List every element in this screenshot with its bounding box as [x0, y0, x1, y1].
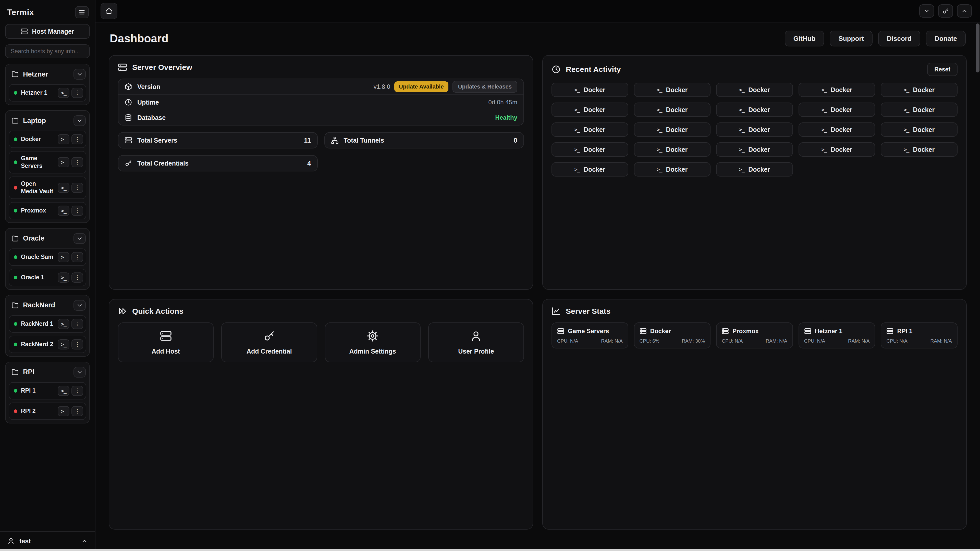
group-header[interactable]: Laptop [9, 114, 86, 127]
host-menu-button[interactable]: ⋮ [72, 252, 83, 262]
sidebar-menu-button[interactable] [75, 6, 89, 18]
server-stat-ram: RAM: N/A [848, 338, 870, 344]
open-terminal-button[interactable]: >_ [58, 272, 69, 283]
tabbar-collapse-button[interactable] [919, 4, 934, 17]
host-menu-button[interactable]: ⋮ [72, 134, 83, 144]
kebab-menu-icon: ⋮ [75, 90, 80, 96]
header-action-button[interactable]: GitHub [785, 30, 824, 46]
host-menu-button[interactable]: ⋮ [72, 183, 83, 193]
group-header[interactable]: Hetzner [9, 67, 86, 81]
host-search-input[interactable] [5, 44, 90, 58]
recent-activity-item[interactable]: >_ Docker [552, 103, 628, 117]
group-header[interactable]: RackNerd [9, 299, 86, 312]
recent-activity-item[interactable]: >_ Docker [799, 142, 875, 157]
host-menu-button[interactable]: ⋮ [72, 406, 83, 416]
host-menu-button[interactable]: ⋮ [72, 339, 83, 349]
recent-activity-item[interactable]: >_ Docker [552, 142, 628, 157]
host-manager-button[interactable]: Host Manager [5, 24, 90, 39]
host-item[interactable]: Oracle Sam >_ ⋮ [9, 248, 86, 266]
host-item[interactable]: Game Servers >_ ⋮ [9, 151, 86, 173]
ssh-keys-button[interactable] [938, 4, 953, 17]
add-credential-button[interactable]: Add Credential [221, 322, 317, 362]
recent-activity-item[interactable]: >_ Docker [716, 122, 793, 137]
updates-releases-button[interactable]: Updates & Releases [452, 81, 517, 93]
group-collapse-button[interactable] [73, 300, 86, 311]
recent-activity-label: Docker [913, 86, 935, 94]
recent-activity-item[interactable]: >_ Docker [716, 142, 793, 157]
recent-activity-item[interactable]: >_ Docker [552, 162, 628, 176]
open-terminal-button[interactable]: >_ [58, 183, 69, 193]
open-terminal-button[interactable]: >_ [58, 157, 69, 167]
recent-activity-item[interactable]: >_ Docker [552, 83, 628, 97]
recent-activity-item[interactable]: >_ Docker [716, 83, 793, 97]
recent-activity-item[interactable]: >_ Docker [634, 122, 711, 137]
server-stat-name: Proxmox [732, 327, 759, 335]
header-action-button[interactable]: Support [830, 30, 873, 46]
recent-activity-item[interactable]: >_ Docker [881, 122, 958, 137]
header-action-button[interactable]: Discord [878, 30, 920, 46]
group-collapse-button[interactable] [73, 367, 86, 378]
user-profile-button[interactable]: User Profile [428, 322, 524, 362]
host-item[interactable]: Hetzner 1 >_ ⋮ [9, 84, 86, 102]
host-item[interactable]: Open Media Vault >_ ⋮ [9, 176, 86, 199]
user-footer[interactable]: test [0, 531, 95, 551]
host-item[interactable]: RackNerd 2 >_ ⋮ [9, 336, 86, 353]
open-terminal-button[interactable]: >_ [58, 386, 69, 396]
group-header[interactable]: RPI [9, 365, 86, 379]
group-collapse-button[interactable] [73, 115, 86, 126]
recent-activity-item[interactable]: >_ Docker [634, 103, 711, 117]
recent-activity-item[interactable]: >_ Docker [552, 122, 628, 137]
host-item[interactable]: Proxmox >_ ⋮ [9, 202, 86, 219]
group-collapse-button[interactable] [73, 69, 86, 79]
page-title: Dashboard [110, 32, 169, 45]
host-menu-button[interactable]: ⋮ [72, 319, 83, 329]
recent-activity-item[interactable]: >_ Docker [881, 83, 958, 97]
open-terminal-button[interactable]: >_ [58, 134, 69, 144]
host-label: RPI 1 [21, 387, 54, 395]
host-group-oracle: Oracle Oracle Sam >_ ⋮ [5, 228, 90, 290]
recent-activity-item[interactable]: >_ Docker [716, 162, 793, 176]
open-terminal-button[interactable]: >_ [58, 206, 69, 216]
header-action-button[interactable]: Donate [926, 30, 966, 46]
recent-activity-item[interactable]: >_ Docker [881, 142, 958, 157]
home-tab[interactable] [100, 3, 118, 19]
recent-activity-label: Docker [831, 126, 853, 133]
recent-activity-item[interactable]: >_ Docker [634, 162, 711, 176]
host-menu-button[interactable]: ⋮ [72, 206, 83, 216]
host-menu-button[interactable]: ⋮ [72, 157, 83, 167]
kebab-menu-icon: ⋮ [75, 408, 80, 414]
scrollbar-thumb[interactable] [976, 24, 980, 73]
open-terminal-button[interactable]: >_ [58, 88, 69, 98]
host-menu-button[interactable]: ⋮ [72, 272, 83, 283]
reset-button[interactable]: Reset [927, 63, 958, 76]
host-item[interactable]: Oracle 1 >_ ⋮ [9, 269, 86, 286]
version-row: Version v1.8.0 Update Available Updates … [118, 79, 523, 94]
host-menu-button[interactable]: ⋮ [72, 88, 83, 98]
open-terminal-button[interactable]: >_ [58, 406, 69, 416]
recent-activity-item[interactable]: >_ Docker [634, 142, 711, 157]
host-item[interactable]: RPI 1 >_ ⋮ [9, 382, 86, 400]
host-label: RPI 2 [21, 407, 54, 415]
host-menu-button[interactable]: ⋮ [72, 386, 83, 396]
recent-activity-item[interactable]: >_ Docker [716, 103, 793, 117]
recent-activity-item[interactable]: >_ Docker [799, 122, 875, 137]
recent-activity-item[interactable]: >_ Docker [634, 83, 711, 97]
open-terminal-button[interactable]: >_ [58, 319, 69, 329]
open-terminal-button[interactable]: >_ [58, 339, 69, 349]
add-host-button[interactable]: Add Host [118, 322, 213, 362]
group-collapse-button[interactable] [73, 233, 86, 244]
package-icon [124, 83, 132, 91]
admin-settings-button[interactable]: Admin Settings [325, 322, 421, 362]
chevron-up-icon[interactable] [81, 538, 88, 545]
recent-activity-item[interactable]: >_ Docker [799, 83, 875, 97]
recent-activity-item[interactable]: >_ Docker [799, 103, 875, 117]
tabbar-expand-button[interactable] [957, 4, 972, 17]
host-item[interactable]: Docker >_ ⋮ [9, 130, 86, 148]
terminal-icon: >_ [574, 127, 579, 133]
host-item[interactable]: RPI 2 >_ ⋮ [9, 403, 86, 420]
open-terminal-button[interactable]: >_ [58, 252, 69, 262]
status-dot [14, 91, 18, 95]
recent-activity-item[interactable]: >_ Docker [881, 103, 958, 117]
host-item[interactable]: RackNerd 1 >_ ⋮ [9, 315, 86, 333]
group-header[interactable]: Oracle [9, 232, 86, 245]
